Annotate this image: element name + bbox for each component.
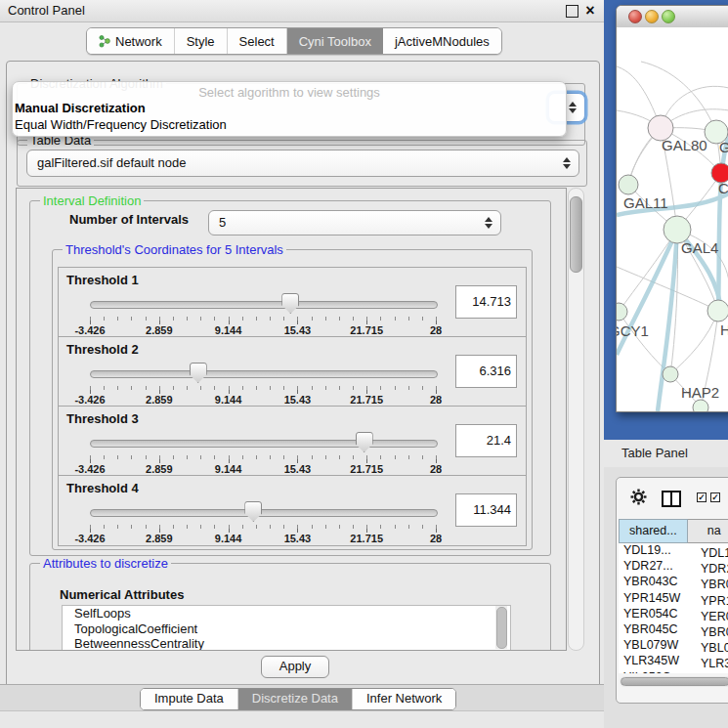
column-header-shared-name[interactable]: shared... [619,519,688,543]
numerical-attributes-list[interactable]: SelfLoopsTopologicalCoefficientBetweenne… [62,605,511,651]
tick-label: 2.859 [146,533,173,544]
group-label: Interval Definition [40,193,144,208]
minimize-traffic-light-icon[interactable] [645,10,659,23]
tab-cyni-toolbox[interactable]: Cyni Toolbox [287,28,383,54]
settings-vertical-scrollbar[interactable] [568,188,584,651]
slider-thumb[interactable] [244,501,262,522]
tab-jactivemnodules[interactable]: jActiveMNodules [383,28,501,54]
gear-icon[interactable] [630,489,647,505]
tab-infer-network[interactable]: Infer Network [353,689,455,709]
apply-button[interactable]: Apply [261,656,329,678]
table-horizontal-scrollbar[interactable] [620,676,728,687]
threshold-2-box: Threshold 2 -3.4262.8599.14415.4321.7152… [58,336,527,407]
slider-track[interactable] [90,509,438,517]
table-row[interactable]: YPR145WYPR1 [619,591,728,607]
control-panel: Control Panel × Network Style Select Cyn… [0,0,604,728]
split-columns-icon[interactable] [662,491,681,507]
table-row[interactable]: YBL079WYBL0 [619,638,728,654]
tick-label: 15.43 [284,533,312,544]
network-canvas[interactable]: GAL80GCGAL11GAL4GCY1HHAP2 [617,27,728,411]
scrollbar-thumb[interactable] [621,677,728,686]
network-node[interactable] [693,400,708,411]
spinner-arrows-icon [485,217,492,229]
tab-label: Cyni Toolbox [299,34,371,49]
close-traffic-light-icon[interactable] [628,10,642,23]
list-item[interactable]: TopologicalCoefficient [63,621,510,637]
tick-label: 21.715 [350,394,383,406]
list-scrollbar[interactable] [495,606,507,649]
combobox-value: galFiltered.sif default node [37,150,186,176]
network-node-label: G [719,139,728,155]
number-of-intervals-spinner[interactable]: 5 [208,210,501,236]
threshold-2-slider[interactable]: -3.4262.8599.14415.4321.71528 [90,363,436,402]
slider-track[interactable] [90,301,438,309]
list-item[interactable]: SelfLoops [63,606,510,621]
combo-arrows-icon [563,157,571,169]
tab-label: Style [187,34,215,49]
table-row[interactable]: YDR27...YDR2 [619,559,728,575]
threshold-4-box: Threshold 4 -3.4262.8599.14415.4321.7152… [58,475,527,546]
checkbox-icon[interactable]: ✓ [697,492,707,502]
algorithm-dropdown-popup: Select algorithm to view settings Manual… [12,81,567,137]
spinner-value: 5 [219,211,226,235]
zoom-traffic-light-icon[interactable] [662,10,675,23]
table-row[interactable]: YIL052CYIL0 [619,670,728,674]
threshold-4-slider[interactable]: -3.4262.8599.14415.4321.71528 [90,501,436,540]
slider-thumb[interactable] [281,293,299,314]
dropdown-option-manual-discretization[interactable]: Manual Discretization [15,101,146,115]
threshold-3-slider[interactable]: -3.4262.8599.14415.4321.71528 [90,432,436,471]
scrollbar-thumb[interactable] [496,607,507,649]
tick-label: 2.859 [146,324,173,336]
threshold-3-box: Threshold 3 -3.4262.8599.14415.4321.7152… [58,406,527,477]
tick-label: -3.426 [74,533,105,544]
threshold-value-field[interactable]: 11.344 [455,493,517,527]
tab-discretize-data[interactable]: Discretize Data [238,689,353,709]
tick-label: 9.144 [215,394,242,406]
tab-label: Select [239,34,275,49]
tab-impute-data[interactable]: Impute Data [141,689,238,709]
table-row[interactable]: YER054CYER0 [619,607,728,622]
slider-track[interactable] [90,370,438,378]
network-node[interactable] [619,175,638,194]
combo-arrows-icon [569,102,577,113]
network-node-label: HAP2 [681,384,719,401]
table-row[interactable]: YBR043CYBR0 [619,575,728,590]
threshold-value-field[interactable]: 14.713 [455,285,517,319]
threshold-value-field[interactable]: 6.316 [455,355,517,388]
table-rows[interactable]: YDL19...YDL1YDR27...YDR2YBR043CYBR0YPR14… [619,543,728,673]
slider-thumb[interactable] [190,363,207,383]
network-node[interactable] [663,366,678,382]
network-node[interactable] [707,300,728,321]
table-row[interactable]: YDL19...YDL1 [619,543,728,559]
network-window-titlebar[interactable] [617,6,728,28]
dropdown-prompt-item[interactable]: Select algorithm to view settings [13,85,566,100]
tick-label: 28 [430,533,442,544]
tick-label: 9.144 [215,463,242,475]
tab-style[interactable]: Style [175,28,228,54]
threshold-1-slider[interactable]: -3.4262.8599.14415.4321.71528 [90,293,436,332]
tick-label: 28 [430,463,442,475]
table-data-combobox[interactable]: galFiltered.sif default node [26,150,579,177]
network-node-label: GAL4 [681,239,718,256]
network-view-window: GAL80GCGAL11GAL4GCY1HHAP2 [616,5,728,412]
list-item[interactable]: BetweennessCentrality [63,636,510,651]
network-node[interactable] [617,303,627,321]
scrollbar-thumb[interactable] [570,196,582,273]
slider-thumb[interactable] [356,432,373,452]
threshold-value-field[interactable]: 21.4 [455,424,517,457]
checkbox-icon[interactable]: ✓ [710,492,720,502]
slider-tick-labels: -3.4262.8599.14415.4321.71528 [90,533,436,544]
float-icon[interactable] [566,5,578,18]
tick-label: 9.144 [215,324,242,336]
column-header-name[interactable]: na [688,519,728,543]
table-row[interactable]: YLR345WYLR3 [619,654,728,669]
tick-label: -3.426 [74,394,105,406]
tick-label: 28 [430,324,442,336]
slider-track[interactable] [90,440,438,448]
dropdown-option-equal-width[interactable]: Equal Width/Frequency Discretization [15,117,227,132]
slider-tick-labels: -3.4262.8599.14415.4321.71528 [90,324,436,336]
tab-network[interactable]: Network [87,28,175,54]
close-icon[interactable]: × [582,0,598,21]
tab-select[interactable]: Select [228,28,287,54]
table-row[interactable]: YBR045CYBR0 [619,622,728,638]
